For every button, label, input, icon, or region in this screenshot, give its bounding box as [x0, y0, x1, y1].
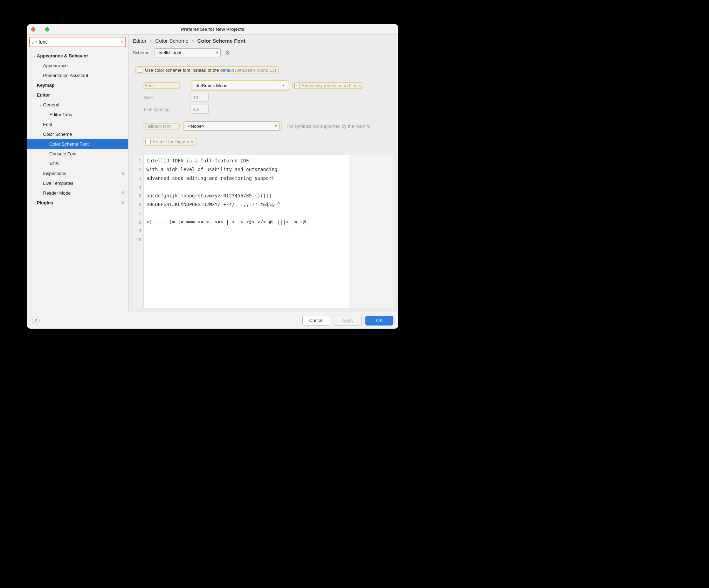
- preferences-window: Preferences for New Projects ⌕ ▾ × ⌄Appe…: [27, 24, 398, 329]
- search-icon: ⌕: [32, 40, 35, 45]
- preview-side-panel: [349, 155, 394, 308]
- sidebar-item-inspections[interactable]: Inspections⧉: [27, 168, 128, 178]
- font-label: Font:: [145, 83, 178, 88]
- search-dropdown-icon[interactable]: ▾: [35, 40, 37, 44]
- sidebar-item-label: Plugins: [37, 200, 128, 205]
- window-controls: [31, 27, 49, 31]
- line-spacing-label: Line spacing:: [144, 107, 183, 112]
- sidebar-item-color-scheme[interactable]: ⌄Color Scheme: [27, 129, 128, 139]
- fallback-font-label: Fallback font:: [145, 124, 178, 129]
- sidebar-item-general[interactable]: ⌄General: [27, 100, 128, 110]
- use-scheme-font-checkbox[interactable]: [138, 68, 143, 73]
- sidebar-item-label: Font: [43, 122, 128, 127]
- window-title: Preferences for New Projects: [27, 27, 398, 32]
- scheme-label: Scheme:: [133, 50, 151, 55]
- sidebar-item-label: Live Templates: [43, 181, 128, 186]
- search-box[interactable]: ⌕ ▾ ×: [29, 37, 126, 47]
- fallback-note: For symbols not supported by the main fo: [287, 124, 370, 129]
- sidebar-item-keymap[interactable]: Keymap: [27, 80, 128, 90]
- use-scheme-font-row[interactable]: Use color scheme font instead of the def…: [135, 66, 279, 74]
- sidebar-item-editor[interactable]: ⌄Editor: [27, 90, 128, 100]
- show-monospaced-checkbox[interactable]: [294, 83, 300, 88]
- sidebar-item-label: Appearance & Behavior: [37, 53, 128, 58]
- settings-tree: ⌄Appearance & BehaviorAppearancePresenta…: [27, 50, 128, 312]
- sidebar-item-console-font[interactable]: Console Font: [27, 149, 128, 159]
- ligatures-checkbox[interactable]: [145, 139, 151, 144]
- sidebar-item-vcs[interactable]: VCS: [27, 159, 128, 168]
- size-label: Size:: [144, 95, 177, 100]
- sidebar-item-reader-mode[interactable]: Reader Mode⧉: [27, 188, 128, 198]
- cancel-button[interactable]: Cancel: [302, 316, 330, 326]
- ligatures-row[interactable]: Enable font ligatures: [143, 138, 197, 146]
- show-monospaced-label: Show only monospaced fonts: [302, 83, 361, 88]
- override-icon: ⧉: [122, 200, 125, 205]
- sidebar-item-editor-tabs[interactable]: Editor Tabs: [27, 110, 128, 119]
- sidebar: ⌕ ▾ × ⌄Appearance & BehaviorAppearancePr…: [27, 35, 129, 312]
- sidebar-item-label: Editor: [37, 92, 128, 98]
- fallback-font-select[interactable]: <None>: [185, 121, 280, 131]
- sidebar-item-label: Reader Mode: [43, 190, 128, 196]
- maximize-icon[interactable]: [45, 27, 49, 31]
- sidebar-item-label: VCS: [49, 161, 128, 166]
- scheme-row: Scheme: IntelliJ Light ⚙: [129, 47, 398, 59]
- ligatures-label: Enable font ligatures: [153, 139, 194, 144]
- sidebar-item-label: Color Scheme: [43, 132, 128, 137]
- dialog-footer: ? Cancel Apply OK: [27, 312, 398, 329]
- chevron-down-icon[interactable]: ⌄: [38, 132, 43, 136]
- size-input[interactable]: [191, 93, 209, 102]
- sidebar-item-label: Color Scheme Font: [49, 141, 128, 147]
- sidebar-item-live-templates[interactable]: Live Templates: [27, 178, 128, 188]
- breadcrumb-editor[interactable]: Editor: [133, 38, 146, 44]
- font-preview: 12345678910 IntelliJ IDEA is a full-feat…: [133, 155, 394, 308]
- chevron-down-icon[interactable]: ⌄: [38, 103, 43, 107]
- minimize-icon[interactable]: [38, 27, 42, 31]
- titlebar: Preferences for New Projects: [27, 24, 398, 35]
- default-font-link[interactable]: default: [220, 68, 234, 73]
- sidebar-item-label: Console Font: [49, 151, 128, 156]
- sidebar-item-appearance-behavior[interactable]: ⌄Appearance & Behavior: [27, 51, 128, 61]
- chevron-down-icon[interactable]: ⌄: [32, 93, 37, 97]
- apply-button[interactable]: Apply: [334, 316, 362, 326]
- chevron-down-icon[interactable]: ⌄: [32, 54, 37, 58]
- close-icon[interactable]: [31, 27, 35, 31]
- gutter: 12345678910: [133, 155, 144, 308]
- sidebar-item-plugins[interactable]: Plugins⧉: [27, 198, 128, 208]
- breadcrumb-current: Color Scheme Font: [197, 38, 246, 44]
- font-select[interactable]: JetBrains Mono: [193, 81, 287, 90]
- main-panel: Editor › Color Scheme › Color Scheme Fon…: [129, 35, 398, 312]
- line-spacing-input[interactable]: [191, 105, 209, 114]
- sidebar-item-label: Presentation Assistant: [43, 73, 128, 78]
- sidebar-item-label: Editor Tabs: [49, 112, 128, 117]
- sidebar-item-presentation-assistant[interactable]: Presentation Assistant: [27, 70, 128, 80]
- font-settings-form: Use color scheme font instead of the def…: [129, 59, 398, 151]
- sidebar-item-label: Appearance: [43, 63, 128, 68]
- search-input[interactable]: [39, 39, 121, 45]
- sidebar-item-label: Inspections: [43, 171, 128, 176]
- sidebar-item-font[interactable]: Font: [27, 119, 128, 129]
- help-icon[interactable]: ?: [32, 317, 40, 324]
- ok-button[interactable]: OK: [365, 316, 393, 326]
- preview-text: IntelliJ IDEA is a full-featured IDE wit…: [144, 155, 349, 308]
- gear-icon[interactable]: ⚙: [225, 49, 230, 56]
- override-icon: ⧉: [122, 171, 125, 176]
- breadcrumb: Editor › Color Scheme › Color Scheme Fon…: [129, 35, 398, 47]
- sidebar-item-appearance[interactable]: Appearance: [27, 61, 128, 70]
- sidebar-item-label: Keymap: [37, 83, 128, 88]
- chevron-right-icon: ›: [192, 38, 194, 44]
- breadcrumb-color-scheme[interactable]: Color Scheme: [155, 38, 188, 44]
- sidebar-item-color-scheme-font[interactable]: Color Scheme Font: [27, 139, 128, 149]
- clear-search-icon[interactable]: ×: [121, 39, 123, 45]
- override-icon: ⧉: [122, 190, 125, 195]
- sidebar-item-label: General: [43, 102, 128, 107]
- scheme-select[interactable]: IntelliJ Light: [154, 48, 221, 57]
- chevron-right-icon: ›: [150, 38, 152, 44]
